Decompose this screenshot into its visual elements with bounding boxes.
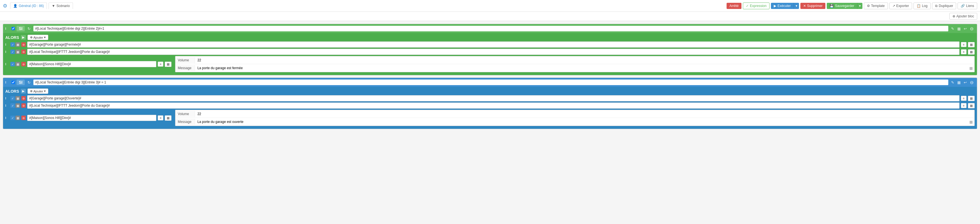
block1-refresh-icon[interactable]: ↻ (26, 26, 32, 32)
executer-label: Exécuter (777, 4, 791, 8)
action1-1-list-btn[interactable]: ≡ (961, 42, 967, 47)
action1-2-list-btn[interactable]: ≡ (961, 49, 967, 54)
block1-checkbox[interactable] (11, 27, 15, 30)
action1-3-input[interactable] (27, 61, 156, 67)
action1-1-grid-icon[interactable]: ▦ (16, 42, 20, 47)
action2-2-check-icon[interactable]: ✓ (10, 103, 15, 108)
ajouter-btn-1[interactable]: ⊕ Ajouter ▾ (27, 35, 48, 40)
action1-1-minus-icon[interactable]: ⊖ (21, 42, 26, 47)
action2-2-grid-icon[interactable]: ▦ (16, 103, 20, 108)
message-input-1[interactable] (195, 65, 968, 71)
params-panel-1: Volume Message ▦ (175, 56, 975, 72)
tab-scenario[interactable]: ▼ Scénario (49, 3, 73, 9)
alors-section-1: ALORS ▶ ⊕ Ajouter ▾ I ✓ ▦ ⊖ ≡ ▦ (3, 33, 977, 75)
action2-1-input[interactable] (27, 95, 959, 101)
ajouter-btn-2[interactable]: ⊕ Ajouter ▾ (27, 88, 48, 94)
action2-1-check-icon[interactable]: ✓ (10, 96, 15, 101)
action1-3-check-icon[interactable]: ✓ (10, 62, 15, 66)
action1-1-check-icon[interactable]: ✓ (10, 42, 15, 47)
sauvegarder-label: Sauvegarder (835, 4, 854, 8)
expression-label: Expression (750, 4, 767, 8)
supprimer-icon: ✕ (803, 4, 806, 8)
expression-button[interactable]: ✓ Expression (743, 3, 770, 9)
block2-minus-icon[interactable]: ⊖ (969, 79, 975, 86)
plus-icon-2: ⊕ (30, 89, 33, 93)
action1-3-list-btn[interactable]: ≡ (158, 62, 163, 67)
volume-input-2[interactable] (195, 111, 974, 117)
block2-refresh-icon[interactable]: ↻ (26, 80, 32, 85)
alors-section-2: ALORS ▶ ⊕ Ajouter ▾ I ✓ ▦ ⊖ ≡ ▦ (3, 87, 977, 129)
sauvegarder-caret[interactable]: ▾ (857, 3, 862, 9)
alors-label-2: ALORS (5, 89, 19, 93)
action2-2-num: I (5, 104, 10, 107)
executer-button[interactable]: ▶ Exécuter (771, 3, 793, 9)
caret-icon-2: ▾ (44, 89, 46, 93)
si-header-1: I SI ↻ ✎ ▦ ↩ ⊖ (3, 24, 977, 33)
template-button[interactable]: ⚙ Template (864, 3, 888, 9)
block2-checkbox[interactable] (11, 80, 15, 84)
tab-general[interactable]: 👤 Général (ID : 86) (10, 3, 47, 9)
executer-caret[interactable]: ▾ (794, 3, 799, 9)
action2-1-num: I (5, 97, 10, 100)
action2-1-minus-icon[interactable]: ⊖ (21, 96, 26, 101)
action1-3-num: I (5, 63, 10, 66)
action1-2-input[interactable] (27, 49, 959, 55)
action1-3-minus-icon[interactable]: ⊖ (21, 62, 26, 66)
block1-minus-icon[interactable]: ⊖ (969, 25, 975, 32)
block1-pencil-icon[interactable]: ✎ (950, 25, 955, 32)
action2-1-grid-icon[interactable]: ▦ (16, 96, 20, 101)
alors-run-btn-1[interactable]: ▶ (21, 35, 26, 40)
action1-3-cal-btn[interactable]: ▦ (165, 62, 172, 67)
action2-2-minus-icon[interactable]: ⊖ (21, 103, 26, 108)
action1-3-grid-icon[interactable]: ▦ (16, 62, 20, 66)
ajouter-bloc-button[interactable]: ⊕ Ajouter bloc (950, 13, 977, 20)
block2-undo-icon[interactable]: ↩ (963, 79, 968, 86)
sauvegarder-button[interactable]: 💾 Sauvegarder (827, 3, 857, 9)
exporter-button[interactable]: ↗ Exporter (889, 3, 912, 9)
action2-3-check-icon[interactable]: ✓ (10, 116, 15, 120)
alors-run-btn-2[interactable]: ▶ (21, 89, 26, 93)
alors-label-1: ALORS (5, 35, 19, 40)
supprimer-button[interactable]: ✕ Supprimer (800, 3, 826, 9)
action1-2-grid-icon[interactable]: ▦ (16, 50, 20, 54)
action2-2-input[interactable] (27, 103, 959, 109)
action1-2-minus-icon[interactable]: ⊖ (21, 50, 26, 54)
action1-1-cal-btn[interactable]: ▦ (968, 42, 975, 47)
action2-3-input[interactable] (27, 115, 156, 121)
action2-3-list-btn[interactable]: ≡ (158, 115, 163, 120)
arrete-button[interactable]: Arrêté (727, 3, 741, 9)
executer-icon: ▶ (774, 4, 776, 8)
action2-1-list-btn[interactable]: ≡ (961, 96, 967, 101)
block2-condition-input[interactable] (33, 79, 948, 85)
block1-tools: ✎ ▦ ↩ ⊖ (950, 25, 975, 32)
liens-button[interactable]: 🔗 Liens (958, 3, 977, 9)
action2-1-cal-btn[interactable]: ▦ (968, 96, 975, 101)
action2-3-grid-icon[interactable]: ▦ (16, 116, 20, 120)
block1-calendar-icon[interactable]: ▦ (956, 25, 962, 32)
toolbar2: ⊕ Ajouter bloc (0, 12, 980, 21)
dupliquer-button[interactable]: ⧉ Dupliquer (932, 3, 956, 9)
action-row-1-2: I ✓ ▦ ⊖ ≡ ▦ (5, 49, 975, 55)
message-cal-icon-2[interactable]: ▦ (968, 119, 974, 125)
executer-group: ▶ Exécuter ▾ (771, 3, 799, 9)
action2-2-list-btn[interactable]: ≡ (961, 103, 967, 108)
action1-2-check-icon[interactable]: ✓ (10, 50, 15, 54)
block1-undo-icon[interactable]: ↩ (963, 25, 968, 32)
message-input-2[interactable] (195, 119, 968, 125)
block2-pencil-icon[interactable]: ✎ (950, 79, 955, 86)
action2-2-cal-btn[interactable]: ▦ (968, 103, 975, 108)
action2-3-minus-icon[interactable]: ⊖ (21, 116, 26, 120)
action1-3-icons: I ✓ ▦ (5, 62, 20, 66)
general-icon: 👤 (13, 4, 18, 8)
log-button[interactable]: 📋 Log (913, 3, 931, 9)
action1-2-cal-btn[interactable]: ▦ (968, 49, 975, 55)
check-icon: ✓ (746, 4, 749, 8)
volume-input-1[interactable] (195, 57, 974, 63)
volume-label-2: Volume (175, 111, 195, 117)
action1-2-icons: I ✓ ▦ (5, 50, 20, 54)
block1-condition-input[interactable] (33, 26, 948, 32)
action2-3-cal-btn[interactable]: ▦ (165, 115, 172, 121)
message-cal-icon-1[interactable]: ▦ (968, 65, 974, 71)
block2-calendar-icon[interactable]: ▦ (956, 79, 962, 86)
action1-1-input[interactable] (27, 41, 959, 47)
